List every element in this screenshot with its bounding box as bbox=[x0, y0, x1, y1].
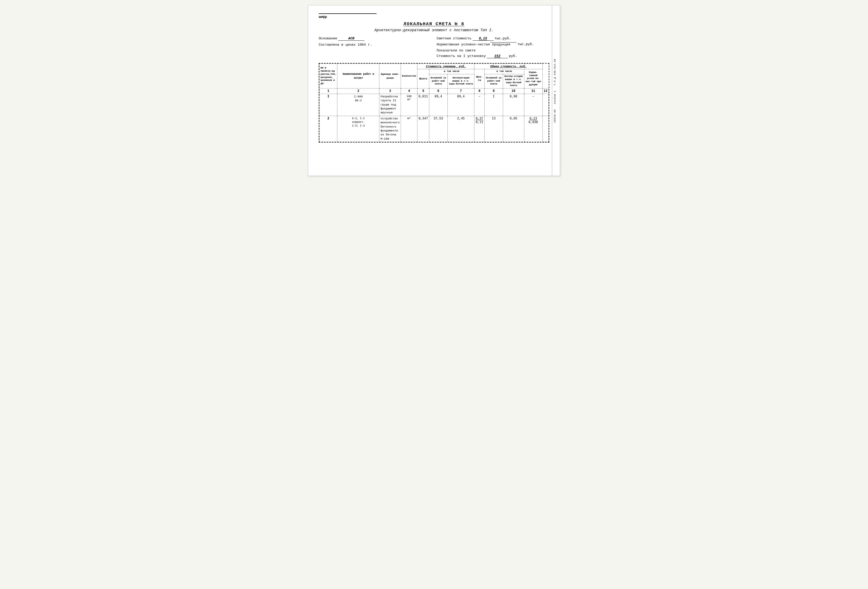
header-row: шифр bbox=[319, 15, 549, 19]
th-total: Общая стоимость, руб. bbox=[474, 64, 543, 69]
row1-shifr: I-96080-2 bbox=[337, 94, 379, 116]
row2-price-total: 37,53 bbox=[429, 116, 448, 142]
row1-price-eksplu: – bbox=[474, 94, 485, 116]
idx-4: 4 bbox=[401, 88, 418, 94]
th-price-vtom: в том числе bbox=[429, 69, 474, 74]
row1-total-osnov: 0,98 bbox=[503, 94, 524, 116]
meta-section: Основание АСВ Составлена в ценах 1984 г.… bbox=[319, 37, 549, 58]
stoimost-label: Стоимость на I установку bbox=[437, 54, 486, 58]
row1-num: I bbox=[320, 94, 337, 116]
row2-total-osnov: 0,85 bbox=[503, 116, 524, 142]
idx-6: 6 bbox=[429, 88, 448, 94]
right-stamp: Т.П.Д 330-01А.85 Альбом 1 20569-09 bbox=[552, 6, 558, 176]
th-price-all: Всего bbox=[418, 69, 429, 88]
meta-stoimost-row: Стоимость на I установку 152 руб. bbox=[437, 54, 549, 58]
th-unit-price: Стоимость единицы, руб. bbox=[418, 64, 474, 69]
row2-unit: м³ bbox=[401, 116, 418, 142]
row1-name: Разработка грунта II груши под фундамент… bbox=[379, 94, 401, 116]
row1-total-norm bbox=[542, 94, 548, 116]
page-wrapper: Т.П.Д 330-01А.85 Альбом 1 20569-09 шифр … bbox=[308, 5, 560, 176]
row2-total-all: I3 bbox=[485, 116, 503, 142]
meta-norm-row: Нормативная условно-чистая продукция тыс… bbox=[437, 42, 549, 47]
shifr-label: шифр bbox=[319, 15, 327, 19]
title-block: ЛОКАЛЬНАЯ СМЕТА № 8 Архитектурно-декорат… bbox=[319, 22, 549, 32]
stoimost-value: 152 bbox=[487, 54, 508, 58]
row1-price-osnov: 89,4 bbox=[447, 94, 474, 116]
stoimost-unit: руб. bbox=[509, 54, 517, 58]
row1-qty: 0,011 bbox=[418, 94, 429, 116]
stamp-text-mid: Альбом 1 bbox=[554, 90, 557, 104]
th-name: Наименование работ и затрат bbox=[337, 64, 379, 89]
table-header-row: №№ № прейску-шц рантов,УСН, расценок, це… bbox=[320, 64, 549, 69]
th-total-vtom: в том числе bbox=[485, 69, 524, 74]
meta-right: Сметная стоимость 0,15 тыс.руб. Норматив… bbox=[437, 37, 549, 58]
row2-num: 2 bbox=[320, 116, 337, 142]
idx-3: 3 bbox=[379, 88, 401, 94]
main-table: №№ № прейску-шц рантов,УСН, расценок, це… bbox=[319, 63, 549, 142]
table-index-row: 1 2 3 4 5 6 7 8 9 10 11 12 bbox=[320, 88, 549, 94]
row2-price-eksplu: 0,370,11 bbox=[474, 116, 485, 142]
row2-shifr: 6-2, I-2коррект.I-5; I-3 bbox=[337, 116, 379, 142]
title-main: ЛОКАЛЬНАЯ СМЕТА № 8 bbox=[319, 22, 549, 27]
row2-total-norm bbox=[542, 116, 548, 142]
th-total-all: Все-го bbox=[474, 69, 485, 88]
norm-label: Нормативная условно-чистая продукция bbox=[437, 42, 489, 47]
th-total-eksplu: Эксплу-атации машин в т.ч. зара-ботной п… bbox=[503, 74, 524, 89]
th-norm: Норма-тивной услов-но-чис-той про дукции bbox=[524, 69, 542, 88]
pokaz-label: Показатели по смете bbox=[437, 49, 475, 53]
th-unit: Единица наме-рения bbox=[379, 64, 401, 89]
th-num: №№ № прейску-шц рантов,УСН, расценок, це… bbox=[320, 64, 337, 89]
meta-sostav-row: Составлена в ценах 1984 г. bbox=[319, 43, 431, 47]
norm-value bbox=[490, 42, 517, 43]
norm-unit: тыс.руб. bbox=[518, 42, 534, 46]
main-table-container: №№ № прейску-шц рантов,УСН, расценок, це… bbox=[319, 63, 549, 143]
subtitle: Архитектурно-декоративный элемент с пост… bbox=[319, 28, 549, 32]
stamp-text-top: Т.П.Д 330-01А.85 bbox=[554, 59, 557, 85]
top-line bbox=[319, 13, 376, 14]
idx-2: 2 bbox=[337, 88, 379, 94]
th-total-osnov: Основной за работ-ной платы bbox=[485, 74, 503, 89]
meta-smeta-row: Сметная стоимость 0,15 тыс.руб. bbox=[437, 37, 549, 41]
idx-9: 9 bbox=[485, 88, 503, 94]
idx-1: 1 bbox=[320, 88, 337, 94]
osnovanie-value: АСВ bbox=[338, 37, 365, 41]
stamp-text-bot: 20569-09 bbox=[554, 109, 557, 123]
sostav-label: Составлена в ценах 1984 г. bbox=[319, 43, 372, 47]
smeta-label: Сметная стоимость bbox=[437, 37, 472, 40]
row1-total-eksplu: – bbox=[524, 94, 542, 116]
table-row: I I-96080-2 Разработка грунта II груши п… bbox=[320, 94, 549, 116]
row2-price-osnov: 2,45 bbox=[447, 116, 474, 142]
row1-total-all: I bbox=[485, 94, 503, 116]
row2-qty: 0,347 bbox=[418, 116, 429, 142]
table-row: 2 6-2, I-2коррект.I-5; I-3 Устройство мо… bbox=[320, 116, 549, 142]
idx-7: 7 bbox=[447, 88, 474, 94]
idx-12: 12 bbox=[542, 88, 548, 94]
idx-5: 5 bbox=[418, 88, 429, 94]
idx-11: 11 bbox=[524, 88, 542, 94]
meta-osnovanie-row: Основание АСВ bbox=[319, 37, 431, 41]
smeta-value: 0,15 bbox=[472, 37, 494, 41]
meta-left: Основание АСВ Составлена в ценах 1984 г. bbox=[319, 37, 431, 58]
th-qty: Количество bbox=[401, 64, 418, 89]
idx-10: 10 bbox=[503, 88, 524, 94]
row2-name: Устройство монолитного бетонного фундаме… bbox=[379, 116, 401, 142]
row1-unit: 100м³ bbox=[401, 94, 418, 116]
idx-8: 8 bbox=[474, 88, 485, 94]
row2-total-eksplu: 0,130,038 bbox=[524, 116, 542, 142]
th-price-eksplu: Эксплуатации машин в т.ч. зара-ботной пл… bbox=[447, 74, 474, 89]
row1-price-total: 89,4 bbox=[429, 94, 448, 116]
th-price-osnov: Основной за работ-ной платы bbox=[429, 74, 448, 89]
meta-pokaz-row: Показатели по смете bbox=[437, 49, 549, 53]
smeta-unit: тыс.руб. bbox=[495, 37, 511, 40]
osnovanie-label: Основание bbox=[319, 37, 337, 40]
